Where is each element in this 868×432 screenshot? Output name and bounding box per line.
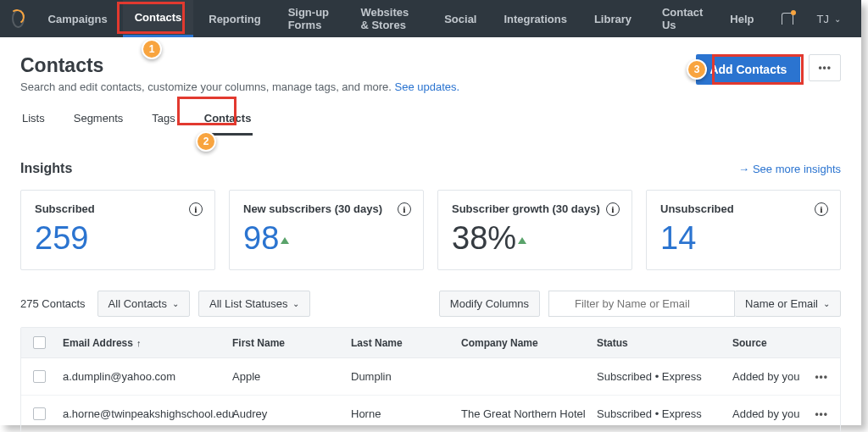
- cell-first-name: Apple: [232, 370, 351, 383]
- filter-by-dropdown[interactable]: Name or Email⌄: [735, 291, 841, 317]
- cell-company: The Great Northern Hotel: [461, 407, 597, 420]
- table-header-row: Email Address↑ First Name Last Name Comp…: [21, 328, 840, 358]
- cell-source: Added by you: [732, 370, 815, 383]
- nav-contacts[interactable]: Contacts: [123, 0, 194, 37]
- trend-up-icon: [518, 237, 526, 244]
- chevron-down-icon: ⌄: [834, 14, 841, 24]
- trend-up-icon: [281, 237, 289, 244]
- tab-segments[interactable]: Segments: [72, 112, 125, 136]
- col-source[interactable]: Source: [732, 337, 828, 349]
- nav-integrations[interactable]: Integrations: [492, 0, 578, 37]
- annotation-badge-1: 1: [142, 39, 162, 59]
- list-statuses-dropdown[interactable]: All List Statuses⌄: [198, 291, 311, 317]
- nav-library[interactable]: Library: [582, 0, 643, 37]
- page-title: Contacts: [20, 54, 696, 77]
- col-email[interactable]: Email Address↑: [63, 337, 232, 349]
- cell-last-name: Dumplin: [351, 370, 461, 383]
- all-contacts-dropdown[interactable]: All Contacts⌄: [97, 291, 190, 317]
- add-contacts-button[interactable]: Add Contacts: [696, 54, 800, 85]
- see-updates-link[interactable]: See updates.: [395, 80, 460, 93]
- info-icon[interactable]: i: [606, 202, 620, 216]
- col-first-name[interactable]: First Name: [232, 337, 351, 349]
- chevron-down-icon: ⌄: [823, 299, 830, 308]
- row-checkbox[interactable]: [33, 370, 46, 383]
- nav-websites-stores[interactable]: Websites & Stores: [348, 0, 429, 37]
- card-label: Subscriber growth (30 days): [452, 202, 618, 215]
- table-row[interactable]: a.dumplin@yahoo.com Apple Dumplin Subscr…: [21, 358, 840, 396]
- col-last-name[interactable]: Last Name: [351, 337, 461, 349]
- cell-email: a.horne@twinpeakshighschool.edu: [63, 407, 232, 420]
- cell-email: a.dumplin@yahoo.com: [63, 370, 232, 383]
- user-menu[interactable]: TJ ⌄: [809, 13, 849, 25]
- cell-status: Subscribed • Express: [597, 407, 732, 420]
- nav-help[interactable]: Help: [718, 0, 765, 37]
- modify-columns-button[interactable]: Modify Columns: [439, 291, 540, 317]
- col-status[interactable]: Status: [597, 337, 732, 349]
- card-subscriber-growth: Subscriber growth (30 days) i 38%: [437, 190, 632, 270]
- page-more-menu[interactable]: •••: [809, 54, 841, 81]
- cell-status: Subscribed • Express: [597, 370, 732, 383]
- arrow-right-icon: →: [738, 163, 749, 175]
- card-label: Subscribed: [35, 202, 201, 215]
- row-actions-menu[interactable]: •••: [815, 371, 828, 383]
- info-icon[interactable]: i: [189, 202, 203, 216]
- user-initials: TJ: [817, 13, 829, 25]
- card-value: 98: [243, 222, 409, 254]
- card-label: Unsubscribed: [660, 202, 826, 215]
- cell-last-name: Horne: [351, 407, 461, 420]
- info-icon[interactable]: i: [815, 202, 828, 216]
- see-more-insights-link[interactable]: → See more insights: [738, 163, 841, 175]
- page-description: Search and edit contacts, customize your…: [20, 80, 696, 93]
- nav-social[interactable]: Social: [432, 0, 488, 37]
- card-value: 38%: [452, 222, 618, 254]
- select-all-checkbox[interactable]: [33, 336, 46, 349]
- insights-heading: Insights: [20, 161, 738, 176]
- row-checkbox[interactable]: [33, 407, 46, 420]
- tab-lists[interactable]: Lists: [20, 112, 47, 136]
- notifications-icon[interactable]: [770, 0, 805, 37]
- card-value: 14: [660, 222, 826, 254]
- cell-source: Added by you: [732, 407, 815, 420]
- table-row[interactable]: a.horne@twinpeakshighschool.edu Audrey H…: [21, 396, 840, 432]
- sort-asc-icon: ↑: [136, 338, 142, 348]
- top-nav: Campaigns Contacts Reporting Sign-up For…: [0, 0, 861, 37]
- filter-input[interactable]: [548, 291, 735, 317]
- col-company[interactable]: Company Name: [461, 337, 597, 349]
- card-value: 259: [35, 222, 201, 254]
- nav-campaigns[interactable]: Campaigns: [36, 0, 120, 37]
- card-subscribed: Subscribed i 259: [20, 190, 215, 270]
- contacts-table: Email Address↑ First Name Last Name Comp…: [20, 327, 841, 432]
- brand-logo[interactable]: [12, 9, 25, 28]
- row-actions-menu[interactable]: •••: [815, 408, 828, 420]
- card-label: New subscribers (30 days): [243, 202, 409, 215]
- tab-tags[interactable]: Tags: [150, 112, 176, 136]
- card-new-subscribers: New subscribers (30 days) i 98: [229, 190, 424, 270]
- chevron-down-icon: ⌄: [292, 299, 299, 308]
- nav-reporting[interactable]: Reporting: [197, 0, 272, 37]
- cell-first-name: Audrey: [232, 407, 351, 420]
- nav-signup-forms[interactable]: Sign-up Forms: [276, 0, 346, 37]
- chevron-down-icon: ⌄: [172, 299, 179, 308]
- card-unsubscribed: Unsubscribed i 14: [646, 190, 841, 270]
- contacts-count: 275 Contacts: [20, 297, 86, 310]
- info-icon[interactable]: i: [398, 202, 411, 216]
- nav-contact-us[interactable]: Contact Us: [650, 0, 715, 37]
- annotation-badge-3: 3: [687, 59, 707, 80]
- annotation-badge-2: 2: [196, 131, 216, 152]
- subtabs: Lists Segments Tags Contacts: [20, 112, 841, 136]
